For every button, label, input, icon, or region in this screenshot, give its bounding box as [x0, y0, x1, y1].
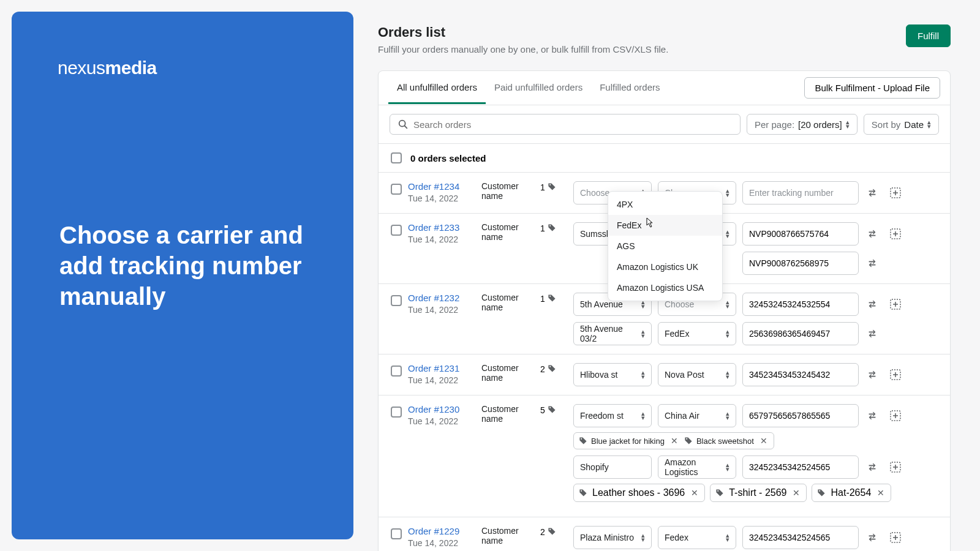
tag-icon	[579, 437, 587, 445]
per-page-select[interactable]: Per page: [20 orders] ▴▾	[747, 114, 858, 135]
order-link[interactable]: Order #1232	[408, 293, 475, 303]
tracking-input[interactable]	[742, 363, 859, 386]
tabs: All unfulfilled orders Paid unfulfilled …	[379, 71, 950, 105]
add-dashed-icon	[889, 461, 902, 473]
fulfill-button[interactable]: Fulfill	[906, 24, 951, 47]
search-input[interactable]	[413, 119, 733, 130]
order-checkbox[interactable]	[391, 184, 402, 195]
selected-count: 0 orders selected	[410, 153, 486, 163]
add-dashed-icon	[889, 369, 902, 381]
tab-fulfilled[interactable]: Fulfilled orders	[591, 72, 668, 104]
remove-tag-button[interactable]: ✕	[876, 488, 886, 498]
address-select[interactable]: Plaza Ministro▴▾	[573, 526, 652, 549]
add-line-button[interactable]	[888, 222, 903, 246]
carrier-select[interactable]: Fedex▴▾	[658, 526, 736, 549]
add-line-button[interactable]	[888, 293, 903, 316]
tracking-input[interactable]	[742, 222, 859, 246]
carrier-select[interactable]: Amazon Logistics▴▾	[658, 455, 736, 479]
shipment-line: Plaza Ministro▴▾Fedex▴▾	[573, 526, 938, 549]
item-count: 5	[540, 404, 567, 415]
swap-button[interactable]	[865, 293, 880, 316]
add-line-button[interactable]	[888, 181, 903, 204]
address-select[interactable]: Freedom st▴▾	[573, 404, 652, 427]
item-count: 2	[540, 526, 567, 537]
add-dashed-icon	[889, 298, 902, 310]
swap-icon	[867, 410, 878, 421]
add-line-button[interactable]	[888, 404, 903, 427]
swap-button[interactable]	[865, 363, 880, 386]
dropdown-option[interactable]: 4PX	[608, 194, 722, 215]
bulk-upload-button[interactable]: Bulk Fulfilment - Upload File	[804, 77, 940, 99]
dropdown-option[interactable]: Amazon Logistics USA	[608, 277, 722, 298]
order-checkbox[interactable]	[391, 225, 402, 236]
remove-tag-button[interactable]: ✕	[759, 436, 769, 446]
remove-tag-button[interactable]: ✕	[669, 436, 679, 446]
carrier-select[interactable]: FedEx▴▾	[658, 322, 736, 345]
order-link[interactable]: Order #1230	[408, 404, 475, 414]
chevron-updown-icon: ▴▾	[846, 120, 850, 128]
address-select[interactable]: Shopify	[573, 455, 652, 479]
swap-icon	[867, 462, 878, 473]
add-line-button[interactable]	[888, 363, 903, 386]
tag: Blue jacket for hiking	[579, 437, 665, 446]
customer-name: Customer name	[481, 526, 534, 545]
swap-button[interactable]	[865, 252, 880, 275]
remove-tag-button[interactable]: ✕	[791, 488, 801, 498]
tag-icon	[548, 223, 556, 232]
tracking-input[interactable]	[742, 322, 859, 345]
tag-icon	[548, 405, 556, 414]
select-all-checkbox[interactable]	[391, 152, 402, 163]
add-dashed-icon	[889, 410, 902, 422]
add-dashed-icon	[889, 531, 902, 544]
tracking-input[interactable]	[742, 404, 859, 427]
order-link[interactable]: Order #1233	[408, 222, 475, 233]
sort-by-select[interactable]: Sort by Date ▴▾	[864, 114, 939, 135]
tracking-input[interactable]	[742, 252, 859, 275]
order-link[interactable]: Order #1231	[408, 363, 475, 373]
search-input-container[interactable]	[390, 114, 741, 135]
remove-tag-button[interactable]: ✕	[690, 488, 699, 498]
tags-row: Leather shoes - 3696✕T-shirt - 2569✕Hat-…	[573, 484, 938, 502]
swap-button[interactable]	[865, 404, 880, 427]
tracking-input[interactable]	[742, 455, 859, 479]
tracking-input[interactable]	[742, 526, 859, 549]
order-checkbox[interactable]	[391, 295, 402, 306]
order-checkbox[interactable]	[391, 365, 402, 377]
order-checkbox[interactable]	[391, 407, 402, 418]
tracking-input[interactable]	[742, 293, 859, 316]
address-select[interactable]: 5th Avenue 03/2▴▾	[573, 322, 652, 345]
dropdown-option[interactable]: AGS	[608, 236, 722, 257]
tag-icon	[548, 527, 556, 536]
tag-icon	[684, 437, 693, 445]
chevron-updown-icon: ▴▾	[726, 189, 729, 197]
tag: Leather shoes - 3696✕	[573, 484, 705, 502]
order-checkbox[interactable]	[391, 528, 402, 539]
carrier-select[interactable]: Nova Post▴▾	[658, 363, 736, 386]
tags-row: Blue jacket for hiking✕Black sweetshot✕	[573, 432, 938, 449]
order-link[interactable]: Order #1234	[408, 181, 475, 192]
carrier-select[interactable]: China Air▴▾	[658, 404, 736, 427]
swap-button[interactable]	[865, 455, 880, 479]
chevron-updown-icon: ▴▾	[641, 329, 645, 337]
tag-icon	[548, 294, 556, 302]
dropdown-option[interactable]: FedEx	[608, 215, 722, 236]
brand-logo: nexusmedia	[58, 58, 307, 78]
tracking-input[interactable]	[742, 181, 859, 204]
tab-paid-unfulfilled[interactable]: Paid unfulfilled orders	[486, 72, 591, 104]
customer-name: Customer name	[481, 293, 534, 312]
tab-all-unfulfilled[interactable]: All unfulfilled orders	[388, 72, 486, 104]
swap-button[interactable]	[865, 222, 880, 246]
address-select[interactable]: Hlibova st▴▾	[573, 363, 652, 386]
chevron-updown-icon: ▴▾	[641, 411, 645, 419]
tag-icon	[548, 364, 556, 373]
add-line-button[interactable]	[888, 455, 903, 479]
swap-button[interactable]	[865, 181, 880, 204]
customer-name: Customer name	[481, 363, 534, 383]
dropdown-option[interactable]: Amazon Logistics UK	[608, 257, 722, 277]
tag-icon	[548, 182, 556, 191]
page-title: Orders list	[378, 24, 668, 40]
swap-button[interactable]	[865, 526, 880, 549]
swap-button[interactable]	[865, 322, 880, 345]
add-line-button[interactable]	[888, 526, 903, 549]
order-link[interactable]: Order #1229	[408, 526, 475, 536]
